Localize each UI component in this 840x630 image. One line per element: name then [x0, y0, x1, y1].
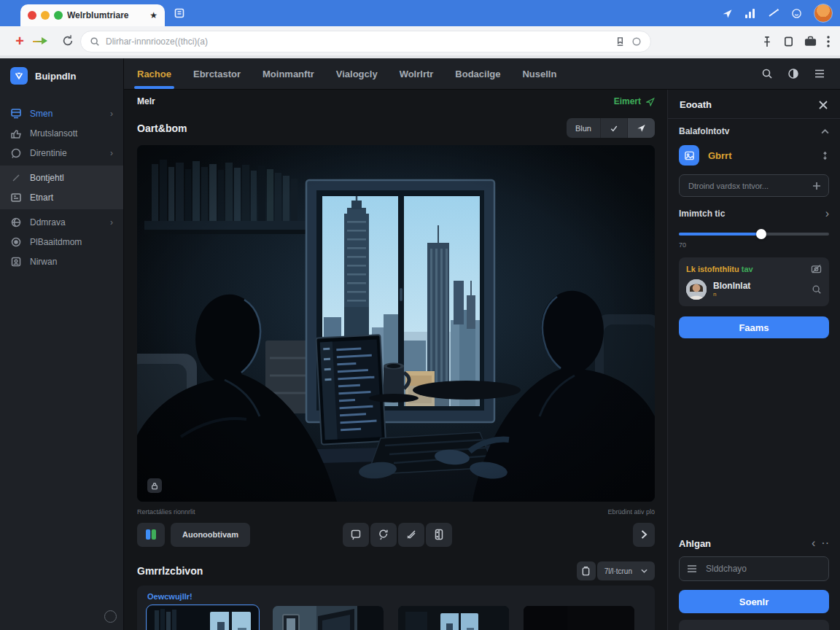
chevron-right-icon[interactable]: ›	[825, 207, 829, 220]
chevron-left-icon[interactable]: ‹	[812, 537, 815, 550]
chat-smile-icon[interactable]	[791, 8, 802, 19]
generation-thumbnail-1[interactable]	[147, 606, 258, 630]
version-dropdown[interactable]: 7l/l·tcrun	[597, 561, 655, 580]
sidebar-item-plbaaitdmom[interactable]: PlBaaitdmom	[0, 232, 123, 252]
generated-image[interactable]	[137, 145, 655, 502]
more-dots-icon[interactable]: ··	[821, 537, 829, 550]
comment-button[interactable]	[343, 523, 369, 547]
canvas-actions: Blun	[567, 118, 655, 138]
sidebar-item-direntinie[interactable]: Direntinie ›	[0, 143, 123, 163]
generation-thumbnail-3[interactable]	[398, 606, 509, 630]
menu-dots-icon[interactable]	[827, 36, 830, 47]
briefcase-icon[interactable]	[804, 36, 817, 47]
style-input-wrap	[679, 556, 829, 581]
apply-button[interactable]: Faams	[679, 316, 829, 338]
film-button[interactable]	[426, 523, 452, 547]
camera-off-icon[interactable]	[811, 264, 822, 273]
scene-two-men-at-desk	[137, 145, 655, 502]
generation-thumbnail-2[interactable]	[273, 606, 384, 630]
nav-tab-wolrlrtr[interactable]: Wolrlrtr	[400, 69, 434, 79]
pin-icon[interactable]	[761, 36, 773, 48]
model-selector[interactable]: Gbrrt	[679, 145, 829, 166]
sidebar-item-label: Bontjehtl	[30, 173, 113, 183]
chevron-down-icon	[641, 569, 648, 573]
search-icon	[90, 36, 100, 47]
card-icon	[10, 192, 22, 203]
app-logo[interactable]: Buipndln	[0, 58, 123, 96]
traffic-light-close[interactable]	[28, 11, 36, 20]
plus-icon[interactable]	[812, 182, 821, 190]
send-button[interactable]	[628, 118, 655, 138]
nav-tab-vialogcly[interactable]: Vialogcly	[336, 69, 378, 79]
back-button[interactable]: +	[10, 33, 29, 50]
search-icon[interactable]	[761, 68, 773, 79]
sidebar-item-nirwan[interactable]: Nirwan	[0, 252, 123, 271]
generate-button[interactable]: Soenlr	[679, 590, 829, 613]
prompt-input[interactable]	[687, 181, 806, 191]
app-logo-label: Buipndln	[35, 71, 76, 82]
regenerate-chat-button[interactable]	[370, 523, 397, 547]
pencil-icon[interactable]	[768, 8, 779, 18]
collapsed-section[interactable]	[679, 620, 829, 630]
check-button[interactable]	[601, 118, 628, 138]
window-icon[interactable]	[783, 36, 794, 47]
auto-button[interactable]: Auonoobtivam	[171, 523, 250, 547]
sidebar: Buipndln Smen › Mrutslansott Direntinie …	[0, 58, 124, 630]
sidebar-item-smen[interactable]: Smen ›	[0, 104, 123, 123]
traffic-light-zoom[interactable]	[54, 11, 63, 20]
bottom-section-title: Ahlgan	[679, 538, 711, 549]
traffic-light-minimize[interactable]	[41, 11, 50, 20]
tab-star-icon[interactable]: ★	[149, 10, 158, 20]
tab-list-icon[interactable]	[174, 7, 185, 19]
paper-plane-icon	[645, 97, 655, 106]
tiles-icon	[144, 528, 158, 541]
section-title: Oart&bom	[137, 122, 187, 134]
nav-tab-rachoe[interactable]: Rachoe	[137, 69, 171, 79]
sidebar-selected-group: Bontjehtl Etnart	[0, 166, 123, 209]
circle-icon[interactable]	[631, 36, 642, 47]
match-slider[interactable]	[679, 229, 829, 239]
chevron-up-icon[interactable]	[821, 129, 829, 134]
pen-button[interactable]	[398, 523, 424, 547]
reference-user-row[interactable]: Blonlnlat n	[686, 279, 822, 300]
close-icon[interactable]	[818, 100, 828, 110]
nav-tab-bodacilge[interactable]: Bodacilge	[455, 69, 500, 79]
forward-button[interactable]	[32, 36, 52, 46]
sidebar-item-label: Etnart	[30, 192, 113, 203]
send-icon[interactable]	[722, 8, 733, 19]
nav-tab-ebrctastor[interactable]: Ebrctastor	[193, 69, 241, 79]
app-window: Buipndln Smen › Mrutslansott Direntinie …	[0, 58, 840, 630]
tiles-button[interactable]	[137, 523, 165, 547]
blur-button[interactable]: Blun	[567, 118, 601, 138]
signal-bars-icon[interactable]	[744, 8, 756, 18]
chat-refresh-icon	[378, 529, 389, 540]
browser-titlebar: Welrblumtriare ★	[0, 0, 840, 26]
nav-tab-nuselln[interactable]: Nuselln	[522, 69, 556, 79]
nav-tab-moinmanftr[interactable]: Moinmanftr	[262, 69, 314, 79]
hamburger-icon[interactable]	[814, 69, 825, 79]
swap-vertical-icon[interactable]	[821, 151, 829, 160]
status-ring-icon[interactable]	[104, 610, 117, 623]
magnifier-icon[interactable]	[812, 284, 822, 295]
match-slider-thumb[interactable]	[756, 229, 766, 239]
sidebar-item-label: Nirwan	[30, 257, 113, 267]
match-slider-label: Imimtch tic	[679, 209, 725, 219]
logo-icon	[10, 67, 28, 85]
avatar	[686, 279, 707, 300]
sidebar-item-mrutslansott[interactable]: Mrutslansott	[0, 123, 123, 143]
browser-profile-avatar[interactable]	[814, 4, 833, 23]
next-button[interactable]	[633, 523, 655, 547]
image-lock-badge[interactable]	[147, 478, 162, 493]
style-input[interactable]	[704, 563, 821, 575]
history-button[interactable]	[577, 561, 596, 580]
theme-toggle-icon[interactable]	[788, 68, 799, 79]
share-link[interactable]: Eimert	[614, 96, 655, 106]
sidebar-item-ddmrava[interactable]: Ddmrava ›	[0, 212, 123, 232]
sidebar-item-etnart[interactable]: Etnart	[0, 187, 123, 207]
browser-tab[interactable]: Welrblumtriare ★	[20, 4, 165, 26]
generation-thumbnail-4[interactable]	[524, 606, 634, 630]
reload-button[interactable]	[58, 31, 77, 50]
sidebar-item-bontjehtl[interactable]: Bontjehtl	[0, 168, 123, 187]
address-bar[interactable]: Dlirhar-innnriooze((thci)(a)	[80, 31, 651, 52]
bookmark-icon[interactable]	[615, 36, 626, 47]
